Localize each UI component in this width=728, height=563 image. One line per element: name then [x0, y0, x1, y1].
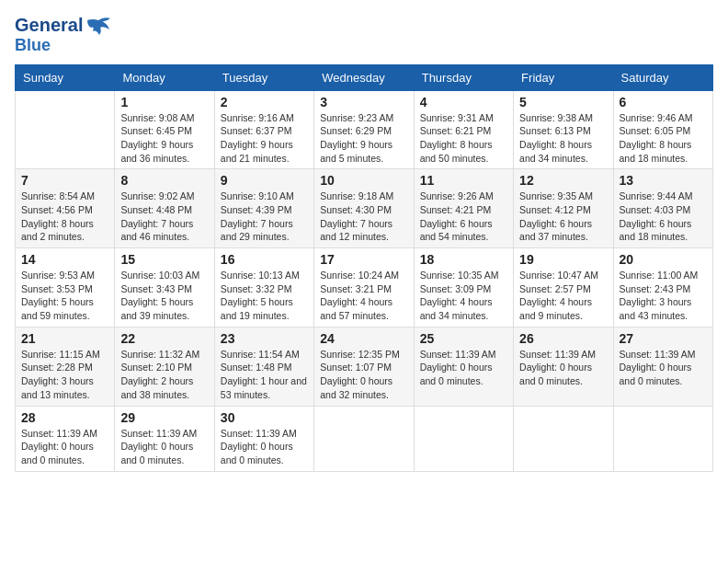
calendar-cell: 24Sunrise: 12:35 PM Sunset: 1:07 PM Dayl… — [314, 327, 414, 406]
calendar-cell — [16, 90, 115, 169]
day-number: 6 — [620, 95, 707, 109]
calendar-week-row: 1Sunrise: 9:08 AM Sunset: 6:45 PM Daylig… — [16, 90, 713, 169]
calendar-cell: 29Sunset: 11:39 AM Daylight: 0 hours and… — [115, 406, 214, 471]
day-number: 15 — [120, 252, 208, 267]
calendar-week-row: 21Sunrise: 11:15 AM Sunset: 2:28 PM Dayl… — [16, 327, 713, 406]
calendar-cell: 20Sunrise: 11:00 AM Sunset: 2:43 PM Dayl… — [613, 248, 712, 327]
day-info: Sunrise: 11:54 AM Sunset: 1:48 PM Daylig… — [221, 348, 308, 402]
day-info: Sunset: 11:39 AM Daylight: 0 hours and 0… — [120, 427, 208, 467]
day-number: 12 — [519, 173, 607, 188]
calendar-cell: 19Sunrise: 10:47 AM Sunset: 2:57 PM Dayl… — [514, 248, 613, 327]
calendar-cell: 30Sunset: 11:39 AM Daylight: 0 hours and… — [214, 406, 313, 471]
calendar-cell: 9Sunrise: 9:10 AM Sunset: 4:39 PM Daylig… — [214, 169, 313, 248]
day-number: 7 — [21, 173, 108, 188]
calendar-cell: 28Sunset: 11:39 AM Daylight: 0 hours and… — [16, 406, 115, 471]
calendar-cell: 26Sunset: 11:39 AM Daylight: 0 hours and… — [514, 327, 613, 406]
calendar-cell — [414, 406, 513, 471]
day-info: Sunrise: 10:47 AM Sunset: 2:57 PM Daylig… — [519, 269, 607, 323]
calendar-cell: 3Sunrise: 9:23 AM Sunset: 6:29 PM Daylig… — [314, 90, 414, 169]
calendar-cell: 11Sunrise: 9:26 AM Sunset: 4:21 PM Dayli… — [414, 169, 513, 248]
day-number: 17 — [320, 252, 407, 267]
day-info: Sunrise: 12:35 PM Sunset: 1:07 PM Daylig… — [320, 348, 407, 402]
weekday-header-monday: Monday — [115, 64, 214, 90]
day-number: 11 — [420, 173, 507, 188]
day-number: 1 — [120, 95, 208, 109]
day-number: 4 — [420, 95, 507, 109]
calendar-cell — [314, 406, 414, 471]
calendar-cell — [613, 406, 712, 471]
calendar-cell: 22Sunrise: 11:32 AM Sunset: 2:10 PM Dayl… — [115, 327, 214, 406]
day-number: 22 — [120, 331, 208, 346]
day-number: 29 — [120, 410, 208, 425]
weekday-header-thursday: Thursday — [414, 64, 513, 90]
calendar-cell: 18Sunrise: 10:35 AM Sunset: 3:09 PM Dayl… — [414, 248, 513, 327]
logo: General Blue — [15, 15, 111, 55]
calendar-cell: 16Sunrise: 10:13 AM Sunset: 3:32 PM Dayl… — [214, 248, 313, 327]
day-number: 28 — [21, 410, 108, 425]
day-info: Sunrise: 9:26 AM Sunset: 4:21 PM Dayligh… — [420, 190, 507, 244]
day-info: Sunrise: 11:15 AM Sunset: 2:28 PM Daylig… — [21, 348, 108, 402]
day-number: 26 — [519, 331, 607, 346]
calendar-cell: 23Sunrise: 11:54 AM Sunset: 1:48 PM Dayl… — [214, 327, 313, 406]
calendar-table: SundayMondayTuesdayWednesdayThursdayFrid… — [15, 64, 713, 472]
day-info: Sunrise: 9:08 AM Sunset: 6:45 PM Dayligh… — [120, 111, 208, 166]
calendar-cell — [514, 406, 613, 471]
calendar-header-row: SundayMondayTuesdayWednesdayThursdayFrid… — [16, 64, 713, 90]
page-header: General Blue — [15, 15, 713, 55]
day-number: 16 — [221, 252, 308, 267]
day-number: 23 — [221, 331, 308, 346]
logo-text: General Blue — [15, 15, 111, 55]
calendar-cell: 25Sunset: 11:39 AM Daylight: 0 hours and… — [414, 327, 513, 406]
calendar-cell: 10Sunrise: 9:18 AM Sunset: 4:30 PM Dayli… — [314, 169, 414, 248]
weekday-header-wednesday: Wednesday — [314, 64, 414, 90]
calendar-week-row: 7Sunrise: 8:54 AM Sunset: 4:56 PM Daylig… — [16, 169, 713, 248]
day-info: Sunset: 11:39 AM Daylight: 0 hours and 0… — [519, 348, 607, 388]
day-number: 18 — [420, 252, 507, 267]
day-info: Sunrise: 9:35 AM Sunset: 4:12 PM Dayligh… — [519, 190, 607, 244]
logo-bird-icon — [85, 17, 111, 37]
calendar-cell: 8Sunrise: 9:02 AM Sunset: 4:48 PM Daylig… — [115, 169, 214, 248]
day-number: 2 — [221, 95, 308, 109]
calendar-week-row: 14Sunrise: 9:53 AM Sunset: 3:53 PM Dayli… — [16, 248, 713, 327]
day-info: Sunrise: 10:35 AM Sunset: 3:09 PM Daylig… — [420, 269, 507, 323]
day-info: Sunrise: 9:10 AM Sunset: 4:39 PM Dayligh… — [221, 190, 308, 244]
day-info: Sunrise: 11:00 AM Sunset: 2:43 PM Daylig… — [620, 269, 707, 323]
day-info: Sunset: 11:39 AM Daylight: 0 hours and 0… — [221, 427, 308, 467]
calendar-week-row: 28Sunset: 11:39 AM Daylight: 0 hours and… — [16, 406, 713, 471]
weekday-header-tuesday: Tuesday — [214, 64, 313, 90]
day-info: Sunrise: 10:24 AM Sunset: 3:21 PM Daylig… — [320, 269, 407, 323]
day-number: 5 — [519, 95, 607, 109]
day-number: 13 — [620, 173, 707, 188]
day-number: 25 — [420, 331, 507, 346]
day-info: Sunrise: 9:44 AM Sunset: 4:03 PM Dayligh… — [620, 190, 707, 244]
day-number: 20 — [620, 252, 707, 267]
day-info: Sunrise: 9:53 AM Sunset: 3:53 PM Dayligh… — [21, 269, 108, 323]
calendar-cell: 17Sunrise: 10:24 AM Sunset: 3:21 PM Dayl… — [314, 248, 414, 327]
calendar-cell: 1Sunrise: 9:08 AM Sunset: 6:45 PM Daylig… — [115, 90, 214, 169]
calendar-cell: 6Sunrise: 9:46 AM Sunset: 6:05 PM Daylig… — [613, 90, 712, 169]
calendar-cell: 5Sunrise: 9:38 AM Sunset: 6:13 PM Daylig… — [514, 90, 613, 169]
day-number: 24 — [320, 331, 407, 346]
weekday-header-saturday: Saturday — [613, 64, 712, 90]
day-info: Sunset: 11:39 AM Daylight: 0 hours and 0… — [620, 348, 707, 388]
day-info: Sunrise: 9:16 AM Sunset: 6:37 PM Dayligh… — [221, 111, 308, 166]
day-info: Sunrise: 11:32 AM Sunset: 2:10 PM Daylig… — [120, 348, 208, 402]
calendar-cell: 13Sunrise: 9:44 AM Sunset: 4:03 PM Dayli… — [613, 169, 712, 248]
day-info: Sunrise: 9:18 AM Sunset: 4:30 PM Dayligh… — [320, 190, 407, 244]
day-info: Sunrise: 8:54 AM Sunset: 4:56 PM Dayligh… — [21, 190, 108, 244]
calendar-cell: 15Sunrise: 10:03 AM Sunset: 3:43 PM Dayl… — [115, 248, 214, 327]
day-number: 3 — [320, 95, 407, 109]
weekday-header-sunday: Sunday — [16, 64, 115, 90]
day-number: 9 — [221, 173, 308, 188]
weekday-header-friday: Friday — [514, 64, 613, 90]
calendar-cell: 7Sunrise: 8:54 AM Sunset: 4:56 PM Daylig… — [16, 169, 115, 248]
calendar-cell: 4Sunrise: 9:31 AM Sunset: 6:21 PM Daylig… — [414, 90, 513, 169]
calendar-cell: 14Sunrise: 9:53 AM Sunset: 3:53 PM Dayli… — [16, 248, 115, 327]
day-number: 27 — [620, 331, 707, 346]
day-info: Sunset: 11:39 AM Daylight: 0 hours and 0… — [21, 427, 108, 467]
day-number: 30 — [221, 410, 308, 425]
day-info: Sunset: 11:39 AM Daylight: 0 hours and 0… — [420, 348, 507, 388]
day-number: 10 — [320, 173, 407, 188]
calendar-cell: 2Sunrise: 9:16 AM Sunset: 6:37 PM Daylig… — [214, 90, 313, 169]
day-number: 21 — [21, 331, 108, 346]
